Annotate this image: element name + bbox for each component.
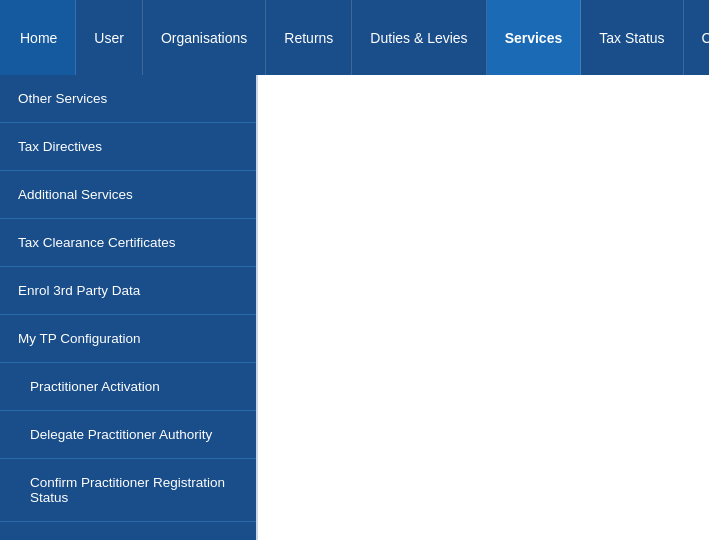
sidebar-item-my-tp-configuration[interactable]: My TP Configuration [0,315,256,363]
main-content: Other ServicesTax DirectivesAdditional S… [0,75,709,540]
sidebar-item-tax-clearance-certificates[interactable]: Tax Clearance Certificates [0,219,256,267]
sidebar-item-other-services[interactable]: Other Services [0,75,256,123]
nav-item-organisations[interactable]: Organisations [143,0,266,75]
nav-item-duties-and-levies[interactable]: Duties & Levies [352,0,486,75]
sidebar-item-tax-directives[interactable]: Tax Directives [0,123,256,171]
sidebar: Other ServicesTax DirectivesAdditional S… [0,75,258,540]
nav-item-contact[interactable]: Contact [684,0,709,75]
navbar: HomeUserOrganisationsReturnsDuties & Lev… [0,0,709,75]
sidebar-item-practitioner-activation[interactable]: Practitioner Activation [0,363,256,411]
sidebar-item-delegate-practitioner-authority[interactable]: Delegate Practitioner Authority [0,411,256,459]
nav-item-user[interactable]: User [76,0,143,75]
sidebar-item-additional-services[interactable]: Additional Services [0,171,256,219]
sidebar-item-enrol-3rd-party-data[interactable]: Enrol 3rd Party Data [0,267,256,315]
nav-item-returns[interactable]: Returns [266,0,352,75]
sidebar-item-confirm-practitioner-registration-status[interactable]: Confirm Practitioner Registration Status [0,459,256,522]
content-area [258,75,709,540]
nav-item-tax-status[interactable]: Tax Status [581,0,683,75]
nav-item-home[interactable]: Home [0,0,76,75]
nav-item-services[interactable]: Services [487,0,582,75]
